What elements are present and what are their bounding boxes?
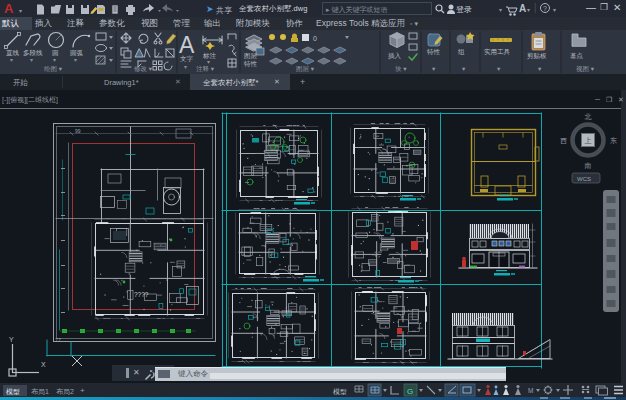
svg-text:M: M xyxy=(528,387,533,394)
svg-text:▾: ▾ xyxy=(184,64,187,70)
svg-text:77: 77 xyxy=(55,337,61,343)
svg-text:组: 组 xyxy=(458,48,465,55)
svg-text:视图 ▾: 视图 ▾ xyxy=(576,65,595,73)
svg-text:▾: ▾ xyxy=(497,65,501,72)
svg-text:99: 99 xyxy=(75,128,81,134)
svg-text:东: 东 xyxy=(610,137,617,144)
svg-text:西: 西 xyxy=(560,137,567,145)
svg-text:特性: 特性 xyxy=(427,48,441,56)
svg-text:????: ???? xyxy=(134,291,149,298)
svg-text:北: 北 xyxy=(585,113,592,121)
svg-text:▾: ▾ xyxy=(538,65,542,72)
svg-text:实用工具: 实用工具 xyxy=(484,48,511,56)
svg-text:注释 ▾: 注释 ▾ xyxy=(196,65,215,72)
svg-text:▾: ▾ xyxy=(432,65,436,72)
svg-text:圆: 圆 xyxy=(52,49,59,56)
svg-text:南: 南 xyxy=(585,162,592,169)
svg-text:▾: ▾ xyxy=(10,57,13,63)
svg-text:绘图 ▾: 绘图 ▾ xyxy=(44,65,63,72)
svg-text:WCS: WCS xyxy=(577,176,591,182)
svg-text:直线: 直线 xyxy=(6,49,20,56)
svg-text:插入: 插入 xyxy=(388,52,402,60)
svg-text:G: G xyxy=(407,387,413,396)
svg-text:▾: ▾ xyxy=(462,65,466,72)
svg-text:块 ▾: 块 ▾ xyxy=(394,65,407,72)
svg-text:▾: ▾ xyxy=(30,57,33,63)
svg-text:图层 ▾: 图层 ▾ xyxy=(296,65,315,72)
svg-text:多段线: 多段线 xyxy=(23,49,43,56)
svg-text:模型: 模型 xyxy=(333,388,347,396)
svg-text:上: 上 xyxy=(585,137,592,144)
svg-text:X: X xyxy=(41,361,46,368)
svg-text:特性: 特性 xyxy=(244,60,258,68)
svg-text:▾: ▾ xyxy=(74,57,77,63)
svg-text:基点: 基点 xyxy=(570,52,584,59)
svg-text:Y: Y xyxy=(9,336,14,343)
svg-text:圆弧: 圆弧 xyxy=(70,49,84,56)
svg-text:图层: 图层 xyxy=(244,52,258,59)
svg-text:▾: ▾ xyxy=(53,57,56,63)
svg-text:0: 0 xyxy=(313,35,317,42)
svg-text:剪贴板: 剪贴板 xyxy=(527,52,547,60)
svg-text:文字: 文字 xyxy=(180,55,194,62)
svg-text:修改 ▾: 修改 ▾ xyxy=(134,65,153,72)
